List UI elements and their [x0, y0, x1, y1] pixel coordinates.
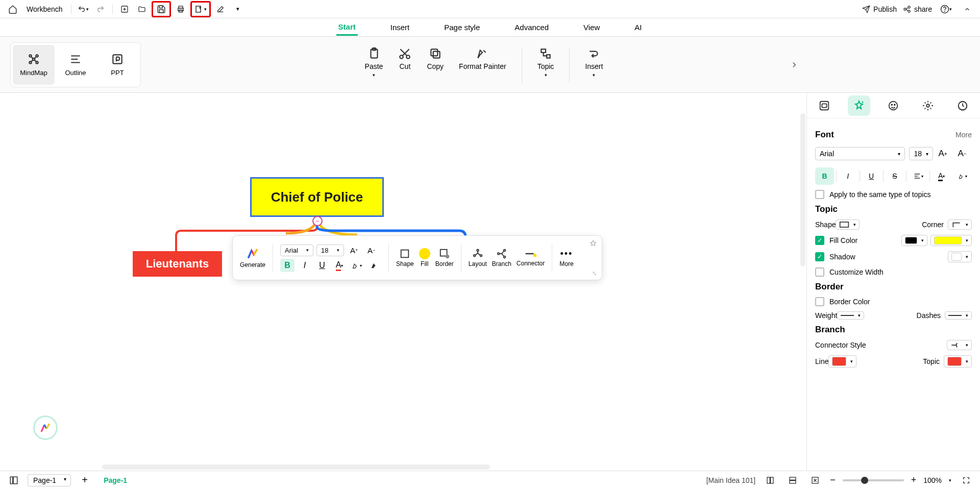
view-ppt[interactable]: PPT — [96, 45, 138, 85]
float-bold[interactable]: B — [280, 259, 295, 272]
connector-style-select[interactable]: ▾ — [947, 340, 972, 350]
view-outline[interactable]: Outline — [55, 45, 96, 85]
float-decrease-font[interactable]: A− — [364, 243, 379, 257]
fullscreen-button[interactable] — [959, 474, 974, 487]
fit-view[interactable] — [807, 474, 823, 487]
float-italic[interactable]: I — [298, 259, 312, 272]
menu-start[interactable]: Start — [336, 19, 358, 36]
scrollbar-horizontal[interactable] — [102, 464, 490, 470]
apply-same-type-checkbox[interactable] — [815, 190, 824, 199]
float-layout[interactable]: Layout — [469, 248, 487, 267]
collapse-toggle[interactable]: − — [312, 216, 323, 226]
float-font-color[interactable]: A▾ — [332, 259, 347, 272]
home-icon[interactable] — [5, 3, 20, 16]
float-connector[interactable]: Connector — [517, 249, 545, 267]
font-more-link[interactable]: More — [955, 131, 972, 139]
menu-ai[interactable]: AI — [632, 20, 644, 35]
topic-color-select[interactable]: ▾ — [944, 355, 972, 368]
tab-emoji[interactable] — [882, 95, 904, 116]
cut-button[interactable]: Cut — [398, 47, 411, 83]
fill-color-checkbox[interactable]: ✓ — [815, 236, 824, 245]
menu-advanced[interactable]: Advanced — [512, 20, 551, 35]
zoom-out[interactable]: − — [830, 475, 836, 485]
help-button[interactable]: ▾ — [938, 3, 953, 16]
resize-handle[interactable]: ⤡ — [592, 270, 597, 277]
line-color-select[interactable]: ▾ — [828, 355, 856, 368]
align-button[interactable]: ▾ — [909, 167, 927, 185]
panel-collapse-icon[interactable] — [790, 60, 799, 69]
generate-button[interactable]: Generate — [240, 247, 265, 268]
save-button[interactable] — [152, 1, 171, 17]
float-font-select[interactable]: Arial▾ — [280, 244, 313, 256]
copy-button[interactable]: Copy — [427, 47, 444, 83]
highlight-button[interactable]: ▾ — [953, 167, 972, 185]
page-tab[interactable]: Page-1 — [99, 476, 132, 484]
redo-button[interactable] — [93, 3, 108, 16]
ai-assistant-badge[interactable] — [33, 415, 58, 440]
bold-button[interactable]: B — [815, 167, 834, 185]
float-branch[interactable]: Branch — [492, 248, 511, 267]
float-border[interactable]: Border — [435, 248, 454, 267]
menu-insert[interactable]: Insert — [388, 20, 412, 35]
view-mindmap[interactable]: MindMap — [13, 45, 55, 85]
page-select[interactable]: Page-1▾ — [28, 474, 71, 486]
menu-view[interactable]: View — [581, 20, 602, 35]
tab-history[interactable] — [951, 95, 974, 116]
layout-view-2[interactable] — [785, 474, 800, 487]
workbench-label[interactable]: Workbench — [27, 5, 63, 13]
tab-settings[interactable] — [917, 95, 939, 116]
underline-button[interactable]: U — [862, 167, 881, 185]
new-button[interactable] — [117, 3, 132, 16]
font-family-select[interactable]: Arial▾ — [815, 147, 905, 160]
open-button[interactable] — [134, 3, 150, 16]
canvas[interactable]: Chief of Police − Lieutenants Generate A… — [0, 93, 806, 471]
export-button[interactable]: ▾ — [190, 1, 211, 17]
font-color-button[interactable]: A▾ — [932, 167, 951, 185]
increase-font[interactable]: A+ — [933, 145, 952, 162]
publish-button[interactable]: Publish — [862, 5, 897, 13]
zoom-level[interactable]: 100% — [923, 476, 942, 484]
shape-select[interactable]: ▾ — [836, 219, 860, 230]
menu-page-style[interactable]: Page style — [442, 20, 482, 35]
collapse-button[interactable] — [960, 3, 975, 16]
strikethrough-button[interactable]: S — [886, 167, 904, 185]
print-button[interactable] — [173, 3, 188, 16]
decrease-font[interactable]: A− — [952, 145, 972, 162]
pin-icon[interactable] — [590, 240, 597, 247]
paste-button[interactable]: Paste ▾ — [365, 47, 383, 83]
custom-width-checkbox[interactable] — [815, 267, 824, 277]
fill-preset-select[interactable]: ▾ — [901, 235, 927, 246]
node-root[interactable]: Chief of Police — [250, 177, 384, 217]
topic-button[interactable]: Topic ▾ — [537, 47, 554, 83]
float-highlight[interactable]: ▾ — [350, 259, 364, 272]
scrollbar-vertical[interactable] — [800, 113, 805, 266]
tab-ai-style[interactable] — [848, 95, 870, 116]
zoom-slider[interactable] — [843, 479, 904, 481]
italic-button[interactable]: I — [839, 167, 857, 185]
float-increase-font[interactable]: A+ — [347, 243, 361, 257]
font-size-select[interactable]: 18▾ — [909, 147, 933, 160]
more-dropdown[interactable]: ▾ — [230, 3, 246, 16]
float-more[interactable]: •••More — [559, 249, 573, 267]
zoom-in[interactable]: + — [911, 475, 917, 485]
weight-select[interactable]: ▾ — [837, 311, 864, 320]
share-button[interactable]: share — [903, 5, 932, 13]
float-clear-format[interactable] — [367, 259, 381, 272]
edit-button[interactable] — [213, 3, 228, 16]
shadow-color-select[interactable]: ▾ — [948, 251, 972, 262]
insert-button[interactable]: Insert ▾ — [585, 47, 603, 83]
node-lieutenants[interactable]: Lieutenants — [133, 251, 222, 277]
format-painter-button[interactable]: Format Painter — [459, 47, 506, 83]
fill-color-select[interactable]: ▾ — [930, 235, 972, 246]
layout-view-1[interactable] — [763, 474, 778, 487]
tab-style[interactable] — [813, 95, 836, 116]
float-size-select[interactable]: 18▾ — [316, 244, 344, 256]
undo-button[interactable]: ▾ — [76, 3, 91, 16]
float-fill[interactable]: Fill — [419, 248, 430, 267]
float-underline[interactable]: U — [315, 259, 329, 272]
add-page-button[interactable]: + — [77, 474, 92, 487]
float-shape[interactable]: Shape — [396, 248, 414, 267]
corner-select[interactable]: ▾ — [948, 219, 972, 230]
border-color-checkbox[interactable] — [815, 297, 824, 306]
pages-panel-button[interactable] — [6, 474, 21, 487]
